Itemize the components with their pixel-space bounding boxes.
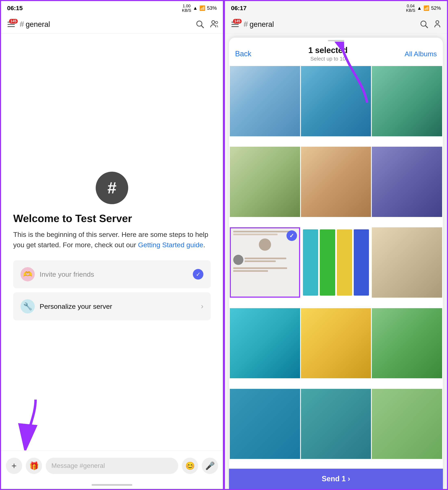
- bar-teal: [303, 229, 318, 296]
- photo-cell-1[interactable]: [230, 66, 300, 136]
- battery-icon: 53%: [207, 5, 217, 11]
- picker-selected-count: 1 selected: [308, 46, 347, 55]
- send-label: Send 1 ›: [322, 474, 350, 483]
- plus-button[interactable]: +: [6, 458, 22, 474]
- wifi-icon: ▲: [193, 5, 198, 11]
- left-status-icons: 1.00KB/S ▲ 📶 53%: [182, 4, 217, 13]
- color-bars-photo: [301, 227, 371, 298]
- right-nav-icons: [419, 19, 443, 29]
- photo-picker: Back 1 selected Select up to 10 All Albu…: [229, 38, 443, 489]
- channel-name: # general: [20, 20, 193, 29]
- bar-yellow: [337, 229, 352, 296]
- signal-icon: 📶: [199, 5, 205, 11]
- getting-started-link[interactable]: Getting Started guide: [138, 241, 203, 249]
- home-indicator-bar: [92, 484, 132, 486]
- right-status-time: 06:17: [231, 5, 247, 12]
- nav-icons: [195, 19, 219, 29]
- right-panel: 06:17 0.04KB/S ▲ 📶 52% 145 # general: [224, 0, 448, 490]
- photo-picker-header: Back 1 selected Select up to 10 All Albu…: [229, 44, 443, 66]
- right-notification-badge: 145: [233, 19, 242, 24]
- bottom-bar: + 🎁 Message #general 😊 🎤: [1, 450, 223, 481]
- left-status-bar: 06:15 1.00KB/S ▲ 📶 53%: [1, 1, 223, 15]
- channel-name-text: general: [26, 20, 50, 29]
- data-rate-icon: 1.00KB/S: [182, 4, 191, 13]
- right-battery-icon: 52%: [431, 5, 441, 11]
- picker-title-area: 1 selected Select up to 10: [308, 46, 347, 62]
- svg-point-3: [216, 21, 218, 24]
- left-status-time: 06:15: [7, 5, 23, 12]
- message-placeholder: Message #general: [51, 462, 105, 470]
- right-search-button[interactable]: [419, 19, 428, 29]
- photo-cell-2[interactable]: [301, 66, 371, 136]
- message-input[interactable]: Message #general: [46, 458, 178, 474]
- right-signal-icon: 📶: [423, 5, 430, 11]
- photo-cell-selected[interactable]: ✓: [230, 227, 300, 298]
- photo-cell-15[interactable]: [372, 389, 442, 459]
- selected-check-badge: ✓: [287, 230, 297, 241]
- photo-cell-14[interactable]: [301, 389, 371, 459]
- channel-hash-big: #: [107, 180, 117, 196]
- photo-cell-bars[interactable]: [301, 227, 371, 298]
- search-button[interactable]: [195, 19, 204, 29]
- photo-cell-3[interactable]: [372, 66, 442, 136]
- welcome-desc-text2: .: [203, 241, 205, 249]
- left-main-content: # Welcome to Test Server This is the beg…: [1, 34, 223, 450]
- picker-handle: [229, 38, 443, 44]
- send-button[interactable]: Send 1 ›: [229, 469, 443, 489]
- mic-icon: 🎤: [205, 461, 215, 470]
- photo-grid: ✓: [229, 66, 443, 469]
- photo-cell-11[interactable]: [301, 308, 371, 378]
- left-panel: 06:15 1.00KB/S ▲ 📶 53% 145 # general: [0, 0, 224, 490]
- gift-icon: 🎁: [29, 461, 39, 470]
- svg-point-7: [436, 20, 439, 24]
- menu-button[interactable]: 145: [5, 19, 17, 29]
- invite-icon: 🫶: [20, 267, 35, 281]
- photo-cell-5[interactable]: [301, 147, 371, 217]
- invite-friends-card[interactable]: 🫶 Invite your friends ✓: [13, 260, 211, 288]
- mic-button[interactable]: 🎤: [202, 458, 218, 474]
- right-members-button[interactable]: [434, 19, 443, 29]
- photo-cell-4[interactable]: [230, 147, 300, 217]
- left-nav-bar: 145 # general: [1, 15, 223, 34]
- plus-icon: +: [11, 461, 17, 471]
- bar-blue: [354, 229, 369, 296]
- bar-green: [320, 229, 335, 296]
- personalize-icon: 🔧: [20, 299, 35, 314]
- welcome-description: This is the beginning of this server. He…: [13, 229, 211, 250]
- right-wifi-icon: ▲: [417, 5, 422, 11]
- right-data-rate: 0.04KB/S: [406, 4, 415, 13]
- photo-cell-9[interactable]: [372, 227, 442, 298]
- hash-icon: #: [20, 20, 24, 29]
- right-channel-name-text: general: [249, 20, 274, 29]
- gift-button[interactable]: 🎁: [26, 458, 42, 474]
- emoji-icon: 😊: [185, 461, 195, 470]
- channel-icon: #: [96, 172, 128, 204]
- photo-cell-13[interactable]: [230, 389, 300, 459]
- personalize-server-card[interactable]: 🔧 Personalize your server ›: [13, 292, 211, 320]
- home-indicator: [1, 481, 223, 489]
- welcome-title: Welcome to Test Server: [13, 212, 211, 225]
- picker-back-button[interactable]: Back: [235, 50, 251, 58]
- right-status-bar: 06:17 0.04KB/S ▲ 📶 52%: [225, 1, 447, 15]
- chevron-right-icon: ›: [201, 302, 203, 311]
- invite-check-icon: ✓: [193, 269, 203, 280]
- svg-line-1: [201, 26, 203, 28]
- photo-cell-12[interactable]: [372, 308, 442, 378]
- picker-all-albums-button[interactable]: All Albums: [404, 50, 437, 58]
- right-hash-icon: #: [244, 20, 248, 29]
- personalize-label: Personalize your server: [40, 303, 196, 310]
- photo-cell-10[interactable]: [230, 308, 300, 378]
- invite-label: Invite your friends: [40, 270, 188, 278]
- svg-line-6: [425, 26, 428, 28]
- right-nav-bar: 145 # general: [225, 15, 447, 34]
- notification-badge: 145: [9, 19, 18, 24]
- svg-point-2: [212, 20, 215, 24]
- members-button[interactable]: [210, 19, 219, 29]
- picker-handle-bar: [328, 40, 344, 41]
- emoji-button[interactable]: 😊: [182, 458, 198, 474]
- photo-cell-6[interactable]: [372, 147, 442, 217]
- right-status-icons: 0.04KB/S ▲ 📶 52%: [406, 4, 441, 13]
- arrow-down-annotation: [11, 395, 52, 452]
- right-menu-button[interactable]: 145: [229, 19, 241, 29]
- right-channel-name: # general: [244, 20, 417, 29]
